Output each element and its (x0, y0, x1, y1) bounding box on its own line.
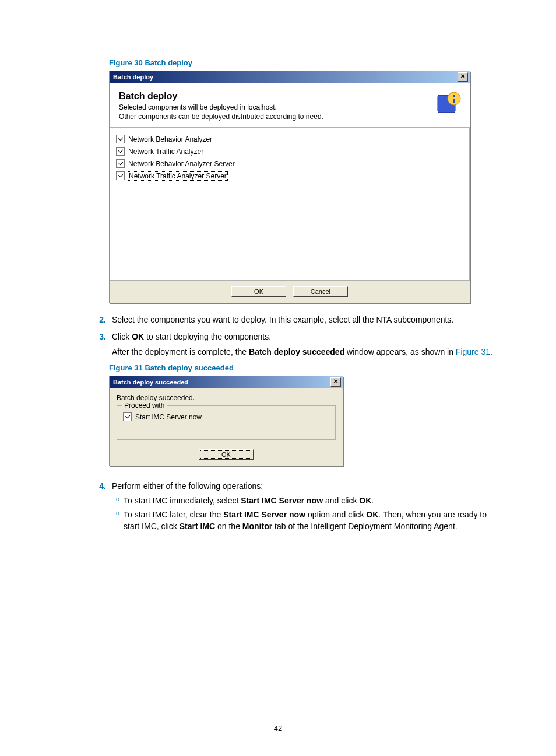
figure30-caption: Figure 30 Batch deploy (109, 58, 504, 67)
step-text: Perform either of the following operatio… (112, 480, 504, 492)
list-item-label: Network Behavior Analyzer (128, 135, 212, 144)
text-run: . (371, 496, 374, 505)
dialog-title: Batch deploy (119, 91, 435, 102)
sub-bullet: o (112, 509, 124, 533)
text-run: tab of the Intelligent Deployment Monito… (272, 522, 458, 531)
text-run: To start IMC later, clear the (124, 510, 223, 519)
text-bold: Start IMC (180, 522, 215, 531)
batch-deploy-dialog: Batch deploy ✕ Batch deploy Selected com… (109, 71, 470, 303)
proceed-with-group: Proceed with Start iMC Server now (117, 405, 336, 440)
list-item[interactable]: Network Behavior Analyzer Server (116, 158, 463, 170)
close-icon[interactable]: ✕ (330, 377, 341, 387)
text-bold: Start IMC Server now (241, 496, 323, 505)
close-icon[interactable]: ✕ (458, 72, 468, 82)
checkbox-icon[interactable] (116, 172, 125, 180)
dialog-button-row: OK (110, 443, 343, 466)
list-item-label: Network Behavior Analyzer Server (128, 160, 235, 168)
checkbox-label: Start iMC Server now (135, 413, 202, 421)
figure-link[interactable]: Figure 31 (456, 347, 490, 356)
text-bold: OK (366, 510, 378, 519)
cancel-button[interactable]: Cancel (293, 286, 348, 297)
text-bold: OK (132, 332, 144, 341)
text-bold: Monitor (242, 522, 272, 531)
list-item[interactable]: Network Behavior Analyzer (116, 133, 463, 145)
text-run: To start IMC immediately, select (124, 496, 241, 505)
batch-deploy-succeeded-dialog: Batch deploy succeeded ✕ Batch deploy su… (109, 376, 343, 466)
success-message: Batch deploy succeeded. (117, 394, 336, 402)
page-number: 42 (0, 724, 556, 733)
ok-button[interactable]: OK (231, 286, 286, 297)
text-run: Click (112, 332, 132, 341)
dialog-titlebar-text: Batch deploy (113, 74, 458, 80)
dialog-desc-line1: Selected components will be deployed in … (119, 103, 435, 112)
start-imc-checkbox-row[interactable]: Start iMC Server now (123, 411, 329, 423)
sub-bullet: o (112, 495, 124, 506)
checkbox-icon[interactable] (123, 412, 132, 421)
figure31-caption: Figure 31 Batch deploy succeeded (109, 363, 504, 372)
list-item[interactable]: Network Traffic Analyzer (116, 145, 463, 158)
text-run: and click (323, 496, 359, 505)
checkbox-icon[interactable] (116, 147, 125, 156)
step-text: Click OK to start deploying the componen… (112, 331, 504, 358)
text-bold: OK (359, 496, 371, 505)
checkbox-icon[interactable] (116, 159, 125, 168)
sub-step-text: To start IMC immediately, select Start I… (124, 495, 374, 506)
text-run: . (490, 347, 492, 356)
text-run: After the deployment is complete, the (112, 347, 249, 356)
dialog-desc-line2: Other components can be deployed distrib… (119, 112, 435, 121)
dialog-header: Batch deploy Selected components will be… (110, 83, 470, 128)
step-number: 4. (87, 480, 112, 534)
step-number: 3. (87, 331, 112, 358)
checkbox-icon[interactable] (116, 135, 125, 144)
step-number: 2. (87, 314, 112, 326)
text-bold: Batch deploy succeeded (249, 347, 344, 356)
text-bold: Start IMC Server now (223, 510, 305, 519)
dialog-titlebar: Batch deploy ✕ (110, 71, 470, 83)
step-text: Select the components you want to deploy… (112, 314, 504, 326)
component-list: Network Behavior Analyzer Network Traffi… (110, 128, 470, 281)
text-run: window appears, as shown in (344, 347, 456, 356)
info-box-icon (435, 89, 463, 117)
dialog-titlebar-text: Batch deploy succeeded (113, 379, 330, 386)
list-item-label: Network Traffic Analyzer Server (128, 172, 227, 180)
dialog-button-row: OK Cancel (110, 281, 470, 303)
ok-button[interactable]: OK (199, 449, 254, 460)
list-item[interactable]: Network Traffic Analyzer Server (116, 170, 463, 182)
list-item-label: Network Traffic Analyzer (128, 148, 203, 156)
dialog-titlebar: Batch deploy succeeded ✕ (110, 376, 343, 388)
text-run: on the (215, 522, 242, 531)
sub-step-text: To start IMC later, clear the Start IMC … (124, 509, 504, 533)
text-run: to start deploying the components. (144, 332, 271, 341)
svg-rect-4 (453, 99, 455, 103)
svg-rect-3 (453, 95, 455, 97)
group-legend: Proceed with (122, 401, 167, 410)
text-run: option and click (305, 510, 366, 519)
